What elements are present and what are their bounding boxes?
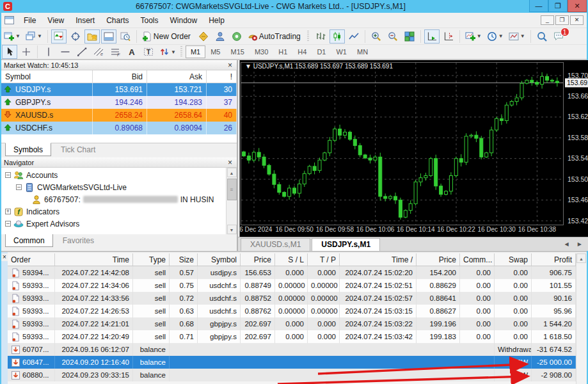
timeframe-m15[interactable]: M15 xyxy=(225,45,249,58)
zoom-out-button[interactable] xyxy=(385,29,401,44)
market-watch-tab-symbols[interactable]: Symbols xyxy=(5,143,51,156)
history-col-open_time[interactable]: Time xyxy=(55,253,133,266)
history-trade-row[interactable]: 59393...2024.07.22 14:21:01sell0.68gbpjp… xyxy=(8,317,576,330)
candlestick-chart[interactable]: 153.705153.665153.625153.585153.545153.5… xyxy=(240,60,588,237)
navigator-tab-favorites[interactable]: Favorites xyxy=(54,234,102,247)
mw-col-ask[interactable]: Ask xyxy=(147,70,207,83)
tree-expander-minus-icon[interactable]: – xyxy=(5,221,11,227)
market-watch-close-icon[interactable]: × xyxy=(226,61,234,70)
market-watch-button[interactable] xyxy=(51,29,67,44)
child-close-button[interactable]: ✕ xyxy=(570,15,584,25)
mw-row-gbpjpy.s[interactable]: GBPJPY.s194.246194.28337 xyxy=(1,96,237,109)
timeframe-m1[interactable]: M1 xyxy=(186,45,205,58)
timeframe-d1[interactable]: D1 xyxy=(312,45,331,58)
data-window-button[interactable] xyxy=(68,29,83,44)
timeframe-h1[interactable]: H1 xyxy=(273,45,292,58)
history-col-open_price[interactable]: Price xyxy=(241,253,275,266)
nav-item-66767507[interactable]: 66767507: IN HUSIN xyxy=(4,193,237,205)
add-indicator-dropdown-icon[interactable]: ▼ xyxy=(477,33,482,39)
maximize-button[interactable]: ❐ xyxy=(548,0,568,12)
chart-line-button[interactable] xyxy=(346,29,362,44)
navigator-close-icon[interactable]: × xyxy=(226,158,234,167)
strategy-tester-button[interactable] xyxy=(118,29,133,44)
templates-button[interactable]: ▼ xyxy=(507,29,527,44)
chart-candles-button[interactable] xyxy=(330,29,345,44)
chart-shift-button[interactable] xyxy=(441,29,456,44)
child-minimize-button[interactable]: _ xyxy=(541,15,554,25)
history-trade-row[interactable]: 59393...2024.07.22 14:33:56sell0.72usdch… xyxy=(8,292,576,305)
history-trade-row[interactable]: 59393...2024.07.22 14:34:06sell0.75usdch… xyxy=(8,279,576,292)
new-chart-button[interactable]: ▼ xyxy=(2,29,22,44)
periods-dropdown-icon[interactable]: ▼ xyxy=(498,33,504,39)
market-watch-tab-tick-chart[interactable]: Tick Chart xyxy=(52,143,104,156)
history-balance-row[interactable]: 60847...2024.09.20 12:16:40balancePW-25 … xyxy=(8,356,576,369)
mw-row-xauusd.s[interactable]: XAUUSD.s2658.242658.6440 xyxy=(1,109,237,122)
scroll-up-icon[interactable]: ▲ xyxy=(227,168,237,177)
auto-scroll-button[interactable] xyxy=(424,29,440,44)
chart-tab-usdjpy-s-m1[interactable]: USDJPY.s,M1 xyxy=(312,238,380,251)
history-trade-row[interactable]: 59394...2024.07.22 14:42:08sell0.57usdjp… xyxy=(8,266,576,279)
menu-view[interactable]: View xyxy=(42,14,70,27)
history-col-type[interactable]: Type xyxy=(133,253,170,266)
vertical-line-button[interactable] xyxy=(41,45,56,59)
history-balance-row[interactable]: 60707...2024.09.16 06:12:07balanceWithdr… xyxy=(8,343,576,356)
autotrading-button[interactable]: AutoTrading xyxy=(246,29,305,44)
search-button[interactable] xyxy=(534,29,550,44)
equidistant-channel-button[interactable]: e xyxy=(91,45,106,59)
mw-col-spread[interactable]: ! xyxy=(207,70,237,83)
history-col-size[interactable]: Size xyxy=(170,253,198,266)
timeframe-h4[interactable]: H4 xyxy=(292,45,312,58)
terminal-close-icon[interactable]: × xyxy=(1,253,8,261)
text-button[interactable]: A xyxy=(124,45,139,59)
timeframe-m5[interactable]: M5 xyxy=(205,45,225,58)
chart-tab-scroll-icons[interactable]: ◀ ▶ xyxy=(564,241,585,247)
tile-windows-button[interactable] xyxy=(402,29,417,44)
horizontal-line-button[interactable] xyxy=(58,45,73,59)
indicators-button[interactable] xyxy=(196,29,211,44)
crosshair-button[interactable] xyxy=(19,45,34,59)
cursor-button[interactable] xyxy=(2,45,17,59)
timeframe-mn[interactable]: MN xyxy=(352,45,373,58)
scroll-thumb[interactable]: ≡ xyxy=(227,179,237,200)
nav-item-indicators[interactable]: +fIndicators xyxy=(4,205,237,218)
menu-window[interactable]: Window xyxy=(164,14,203,27)
mw-row-usdchf.s[interactable]: USDCHF.s0.890680.8909426 xyxy=(1,122,237,134)
navigator-button[interactable] xyxy=(84,29,100,44)
terminal-scroll-up-icon[interactable]: ▲ xyxy=(576,253,586,263)
metaeditor-button[interactable] xyxy=(212,29,228,44)
navigator-tab-common[interactable]: Common xyxy=(5,234,53,247)
terminal-scrollbar[interactable]: ▲ xyxy=(576,253,587,384)
history-trade-row[interactable]: 59393...2024.07.22 14:26:53sell0.63usdch… xyxy=(8,305,576,317)
mw-col-bid[interactable]: Bid xyxy=(93,70,147,83)
trendline-button[interactable] xyxy=(74,45,90,59)
history-col-sl[interactable]: S / L xyxy=(275,253,308,266)
arrows-shapes-button[interactable]: ▼ xyxy=(157,45,178,59)
history-trade-row[interactable]: 59393...2024.07.22 14:20:49sell0.71gbpjp… xyxy=(8,330,576,343)
child-restore-button[interactable]: ❐ xyxy=(555,15,569,25)
history-col-swap[interactable]: Swap xyxy=(495,253,532,266)
new-chart-dropdown-icon[interactable]: ▼ xyxy=(15,33,20,39)
templates-dropdown-icon[interactable]: ▼ xyxy=(520,33,525,39)
chart-tab-xauusd-s-m1[interactable]: XAUUSD.s,M1 xyxy=(241,238,310,251)
history-balance-row[interactable]: 60880...2024.09.23 09:33:15balancePW-2 9… xyxy=(8,369,576,381)
history-col-symbol[interactable]: Symbol xyxy=(198,253,241,266)
nav-item-expert-advisors[interactable]: –Expert Advisors xyxy=(4,218,237,230)
nav-item-accounts[interactable]: –Accounts xyxy=(4,169,237,181)
terminal-button[interactable] xyxy=(101,29,116,44)
navigator-scrollbar[interactable]: ▲ ≡ ▼ xyxy=(226,168,237,234)
close-button[interactable]: ✕ xyxy=(568,0,587,12)
history-col-commission[interactable]: Comm... xyxy=(460,253,495,266)
history-col-order[interactable]: Order xyxy=(8,253,55,266)
timeframe-w1[interactable]: W1 xyxy=(331,45,352,58)
history-col-close_time[interactable]: Time / xyxy=(340,253,417,266)
menu-file[interactable]: File xyxy=(18,14,42,27)
arrows-shapes-dropdown-icon[interactable]: ▼ xyxy=(171,49,176,55)
history-col-profit[interactable]: Profit xyxy=(532,253,576,266)
chart-area[interactable]: 153.705153.665153.625153.585153.545153.5… xyxy=(239,60,588,237)
tree-expander-minus-icon[interactable]: – xyxy=(5,172,11,178)
fibonacci-button[interactable]: F xyxy=(107,45,123,59)
chart-bars-button[interactable] xyxy=(313,29,328,44)
nav-item-cwgmarketssvgltd-live[interactable]: –CWGMarketsSVGLtd-Live xyxy=(4,181,237,193)
menu-charts[interactable]: Charts xyxy=(100,14,134,27)
profiles-button[interactable]: ▼ xyxy=(24,29,44,44)
